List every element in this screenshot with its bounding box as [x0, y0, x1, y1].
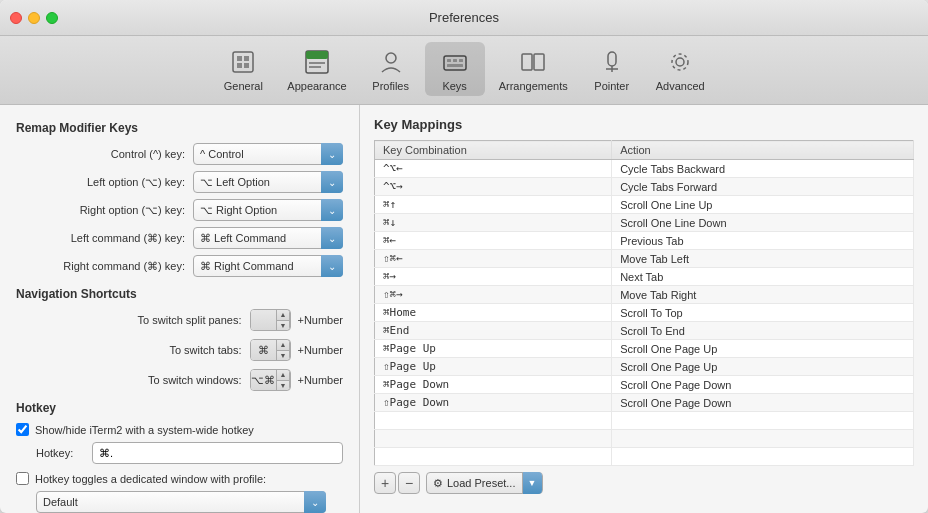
profile-select-wrapper: Default ⌄ [36, 491, 326, 513]
table-row[interactable]: ⇧Page DownScroll One Page Down [375, 394, 914, 412]
table-row[interactable] [375, 448, 914, 466]
switch-windows-down[interactable]: ▼ [277, 380, 290, 391]
table-row[interactable]: ⌘←Previous Tab [375, 232, 914, 250]
svg-rect-11 [447, 59, 451, 62]
key-combo-cell: ⌘Page Down [375, 376, 612, 394]
left-option-label: Left option (⌥) key: [87, 176, 185, 189]
table-row[interactable]: ⇧⌘←Move Tab Left [375, 250, 914, 268]
split-panes-up[interactable]: ▲ [277, 310, 290, 320]
close-button[interactable] [10, 12, 22, 24]
col-header-combo: Key Combination [375, 141, 612, 160]
load-preset-main: ⚙ Load Preset... [427, 477, 522, 490]
minimize-button[interactable] [28, 12, 40, 24]
action-cell [612, 448, 914, 466]
split-panes-plus: +Number [297, 314, 343, 326]
remove-row-button[interactable]: − [398, 472, 420, 494]
svg-point-20 [676, 58, 684, 66]
remap-section-title: Remap Modifier Keys [16, 121, 343, 135]
left-panel: Remap Modifier Keys Control (^) key: ^ C… [0, 105, 360, 513]
right-option-select[interactable]: ⌥ Right Option [193, 199, 343, 221]
toolbar-item-profiles[interactable]: Profiles [361, 42, 421, 96]
table-row[interactable]: ⇧⌘→Move Tab Right [375, 286, 914, 304]
key-combo-cell: ⌘Home [375, 304, 612, 322]
toolbar-item-appearance[interactable]: Appearance [277, 42, 356, 96]
traffic-lights [10, 12, 58, 24]
key-combo-cell: ⌘← [375, 232, 612, 250]
left-option-select-wrapper: ⌥ Left Option ⌄ [193, 171, 343, 193]
table-row[interactable]: ⌘EndScroll To End [375, 322, 914, 340]
table-row[interactable]: ⌘→Next Tab [375, 268, 914, 286]
key-combo-cell: ⇧Page Up [375, 358, 612, 376]
split-panes-input-group: ▲ ▼ +Number [250, 309, 343, 331]
left-command-select[interactable]: ⌘ Left Command [193, 227, 343, 249]
load-preset-dropdown-arrow[interactable]: ▼ [522, 472, 542, 494]
arrangements-label: Arrangements [499, 80, 568, 92]
load-preset-button[interactable]: ⚙ Load Preset... ▼ [426, 472, 543, 494]
profile-select-row: Default ⌄ [36, 491, 343, 513]
table-row[interactable]: ^⌥←Cycle Tabs Backward [375, 160, 914, 178]
table-row[interactable]: ⌘↓Scroll One Line Down [375, 214, 914, 232]
svg-rect-14 [447, 64, 463, 67]
table-row[interactable]: ⌘Page UpScroll One Page Up [375, 340, 914, 358]
hotkey-checkbox[interactable] [16, 423, 29, 436]
load-preset-label: Load Preset... [447, 477, 516, 489]
svg-point-9 [386, 53, 396, 63]
key-combo-cell [375, 412, 612, 430]
hotkey-checkbox-row: Show/hide iTerm2 with a system-wide hotk… [16, 423, 343, 436]
advanced-label: Advanced [656, 80, 705, 92]
action-cell: Scroll To Top [612, 304, 914, 322]
svg-rect-16 [534, 54, 544, 70]
right-panel: Key Mappings Key Combination Action ^⌥←C… [360, 105, 928, 513]
split-panes-stepper[interactable]: ▲ ▼ [277, 309, 291, 331]
maximize-button[interactable] [46, 12, 58, 24]
hotkey-profile-checkbox-label: Hotkey toggles a dedicated window with p… [35, 473, 266, 485]
split-panes-down[interactable]: ▼ [277, 320, 290, 331]
control-select[interactable]: ^ Control [193, 143, 343, 165]
add-row-button[interactable]: + [374, 472, 396, 494]
svg-rect-1 [237, 56, 242, 61]
table-row[interactable]: ⌘↑Scroll One Line Up [375, 196, 914, 214]
toolbar-item-pointer[interactable]: Pointer [582, 42, 642, 96]
right-option-label: Right option (⌥) key: [80, 204, 185, 217]
toolbar-item-arrangements[interactable]: Arrangements [489, 42, 578, 96]
control-select-wrapper: ^ Control ⌄ [193, 143, 343, 165]
switch-tabs-icon: ⌘ [251, 339, 277, 361]
action-cell: Cycle Tabs Backward [612, 160, 914, 178]
table-row[interactable]: ^⌥→Cycle Tabs Forward [375, 178, 914, 196]
left-command-select-wrapper: ⌘ Left Command ⌄ [193, 227, 343, 249]
action-cell: Scroll One Page Up [612, 340, 914, 358]
switch-tabs-stepper[interactable]: ▲ ▼ [277, 339, 291, 361]
key-combo-cell: ⌘Page Up [375, 340, 612, 358]
left-option-select[interactable]: ⌥ Left Option [193, 171, 343, 193]
svg-rect-2 [244, 56, 249, 61]
right-command-select[interactable]: ⌘ Right Command [193, 255, 343, 277]
hotkey-input[interactable] [92, 442, 343, 464]
key-combo-cell: ⇧⌘← [375, 250, 612, 268]
table-row[interactable] [375, 412, 914, 430]
key-combo-cell: ^⌥← [375, 160, 612, 178]
table-row[interactable] [375, 430, 914, 448]
switch-tabs-input[interactable]: ⌘ ▲ ▼ [250, 339, 292, 361]
right-option-select-wrapper: ⌥ Right Option ⌄ [193, 199, 343, 221]
table-row[interactable]: ⌘HomeScroll To Top [375, 304, 914, 322]
toolbar-item-general[interactable]: General [213, 42, 273, 96]
switch-windows-stepper[interactable]: ▲ ▼ [277, 369, 291, 391]
right-option-row: Right option (⌥) key: ⌥ Right Option ⌄ [16, 199, 343, 221]
switch-tabs-plus: +Number [297, 344, 343, 356]
switch-tabs-row: To switch tabs: ⌘ ▲ ▼ +Number [16, 339, 343, 361]
toolbar-item-advanced[interactable]: Advanced [646, 42, 715, 96]
switch-tabs-down[interactable]: ▼ [277, 350, 290, 361]
arrangements-icon [517, 46, 549, 78]
profile-select[interactable]: Default [36, 491, 326, 513]
table-row[interactable]: ⇧Page UpScroll One Page Up [375, 358, 914, 376]
table-row[interactable]: ⌘Page DownScroll One Page Down [375, 376, 914, 394]
switch-windows-up[interactable]: ▲ [277, 370, 290, 380]
toolbar-item-keys[interactable]: Keys [425, 42, 485, 96]
action-cell: Scroll One Page Up [612, 358, 914, 376]
hotkey-profile-checkbox[interactable] [16, 472, 29, 485]
split-panes-input[interactable]: ▲ ▼ [250, 309, 292, 331]
switch-windows-input[interactable]: ⌥⌘ ▲ ▼ [250, 369, 292, 391]
switch-tabs-up[interactable]: ▲ [277, 340, 290, 350]
switch-windows-icon: ⌥⌘ [251, 369, 277, 391]
action-cell: Move Tab Left [612, 250, 914, 268]
